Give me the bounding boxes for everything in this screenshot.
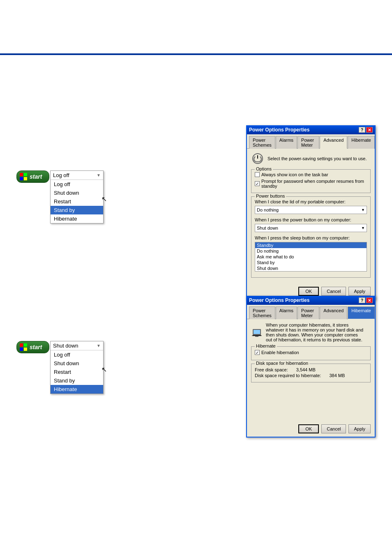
svg-rect-3 (24, 177, 27, 180)
enable-hib-label-2: Enable hibernation (261, 350, 299, 355)
menu-item-shutdown-2[interactable]: Shut down (51, 359, 103, 368)
svg-rect-6 (24, 343, 27, 347)
dialog-tabs-1: Power Schemes Alarms Power Meter Advance… (247, 134, 375, 149)
sleep-item-shutdown-1[interactable]: Shut down (255, 265, 367, 271)
dialog-icon-row-1: Select the power-saving settings you wan… (251, 152, 371, 165)
power-options-dialog-1: Power Options Properties ? ✕ Power Schem… (246, 125, 376, 300)
power-settings-icon (251, 152, 264, 165)
power-buttons-label-1: Power buttons (255, 193, 286, 198)
free-disk-row-2: Free disk space: 3,544 MB (255, 367, 367, 372)
dropdown-arrow-1: ▼ (97, 173, 101, 177)
required-disk-value-2: 384 MB (329, 373, 345, 378)
menu-item-logoff-1[interactable]: Log off (51, 180, 103, 189)
power-options-dialog-2: Power Options Properties ? ✕ Power Schem… (246, 296, 376, 438)
dialog-hib-text-2: When your computer hibernates, it stores… (266, 322, 364, 342)
tab-advanced-2[interactable]: Advanced (320, 306, 347, 319)
ok-button-1[interactable]: OK (298, 287, 319, 296)
windows-logo-icon-2 (19, 343, 28, 351)
tab-power-schemes-1[interactable]: Power Schemes (249, 136, 275, 149)
cancel-button-2[interactable]: Cancel (321, 424, 346, 433)
tab-hibernate-1[interactable]: Hibernate (348, 136, 375, 149)
menu-item-restart-1[interactable]: Restart (51, 197, 103, 206)
tab-power-schemes-2[interactable]: Power Schemes (249, 306, 275, 319)
cursor-icon-2: ↖ (101, 366, 107, 373)
apply-button-2[interactable]: Apply (348, 424, 371, 433)
hibernate-icon (251, 327, 263, 338)
svg-rect-2 (20, 177, 23, 180)
dialog-body-1: Select the power-saving settings you wan… (247, 149, 375, 284)
close-button-1[interactable]: ✕ (366, 127, 373, 133)
start-button-label: start (30, 173, 42, 180)
start-button-2[interactable]: start (16, 341, 49, 353)
option1-checkbox-1[interactable] (255, 172, 260, 177)
options-section-1: Options Always show icon on the task bar… (251, 169, 371, 193)
hibernate-section-label-2: Hibernate (255, 343, 277, 348)
cancel-button-1[interactable]: Cancel (321, 287, 346, 296)
dropdown-header-2: Shut down ▼ (51, 341, 103, 350)
dialog-icon-text-1: Select the power-saving settings you wan… (267, 156, 367, 161)
menu-item-hibernate-2[interactable]: Hibernate (51, 385, 103, 394)
sleep-btn-label-1: When I press the sleep button on my comp… (255, 235, 367, 240)
close-button-2[interactable]: ✕ (366, 297, 373, 303)
lid-label-1: When I close the lid of my portable comp… (255, 199, 367, 204)
apply-button-1[interactable]: Apply (348, 287, 371, 296)
dropdown-header-1: Log off ▼ (51, 171, 103, 180)
dialog-title-text-2: Power Options Properties (249, 297, 309, 303)
dialog-footer-2: OK Cancel Apply (247, 422, 375, 437)
svg-rect-0 (20, 173, 23, 176)
menu-item-standby-1[interactable]: Stand by (51, 206, 103, 214)
sleep-item-nothing-1[interactable]: Do nothing (255, 248, 367, 254)
free-disk-value-2: 3,544 MB (296, 367, 316, 372)
help-button-2[interactable]: ? (359, 297, 365, 303)
title-bar-buttons-1: ? ✕ (359, 127, 373, 133)
tab-alarms-2[interactable]: Alarms (276, 306, 297, 319)
menu-item-standby-2[interactable]: Stand by (51, 376, 103, 385)
start-dropdown-2: Shut down ▼ Log off Shut down Restart St… (50, 341, 104, 394)
svg-rect-8 (24, 348, 27, 351)
lid-select-1[interactable]: Do nothing ▼ (255, 206, 367, 214)
dialog-title-bar-1: Power Options Properties ? ✕ (247, 125, 375, 134)
help-button-1[interactable]: ? (359, 127, 365, 133)
cursor-icon-1: ↖ (101, 195, 107, 203)
tab-power-meter-2[interactable]: Power Meter (297, 306, 319, 319)
svg-rect-10 (254, 330, 260, 334)
disk-space-section-2: Disk space for hibernation Free disk spa… (251, 364, 371, 382)
option-row-2: Prompt for password when computer resume… (255, 179, 367, 189)
menu-item-hibernate-1[interactable]: Hibernate (51, 214, 103, 223)
dropdown-header-text-1: Log off (53, 172, 69, 178)
power-btn-row-1: When I press the power button on my comp… (255, 217, 367, 232)
sleep-item-standby2-1[interactable]: Stand by (255, 260, 367, 265)
tab-alarms-1[interactable]: Alarms (276, 136, 297, 149)
dialog-icon-row-2: When your computer hibernates, it stores… (251, 322, 371, 342)
menu-item-shutdown-1[interactable]: Shut down (51, 189, 103, 197)
tab-hibernate-2[interactable]: Hibernate (348, 306, 375, 319)
dialog-title-text-1: Power Options Properties (249, 127, 309, 133)
svg-rect-5 (20, 343, 23, 347)
option2-label-1: Prompt for password when computer resume… (261, 179, 367, 189)
start-area-2: start Shut down ▼ Log off Shut down Rest… (16, 341, 107, 394)
ok-button-2[interactable]: OK (298, 424, 319, 433)
start-button-1[interactable]: start (16, 170, 49, 183)
option-row-1: Always show icon on the task bar (255, 172, 367, 177)
dialog-spacer-2 (251, 386, 371, 419)
sleep-item-standby-1[interactable]: Standby (255, 242, 367, 248)
lid-select-value-1: Do nothing (257, 207, 279, 212)
disk-space-label-2: Disk space for hibernation (255, 361, 309, 366)
required-disk-label-2: Disk space required to hibernate: (255, 373, 321, 378)
option2-checkbox-1[interactable] (255, 181, 260, 186)
tab-power-meter-1[interactable]: Power Meter (297, 136, 319, 149)
enable-hib-checkbox-2[interactable] (255, 350, 260, 355)
power-btn-select-1[interactable]: Shut down ▼ (255, 224, 367, 232)
dropdown-header-text-2: Shut down (53, 343, 78, 349)
power-buttons-section-1: Power buttons When I close the lid of my… (251, 196, 371, 278)
lid-select-arrow-1: ▼ (361, 208, 365, 212)
dropdown-arrow-2: ▼ (97, 343, 101, 348)
windows-logo-icon (19, 173, 28, 181)
enable-hib-row-2: Enable hibernation (255, 350, 367, 355)
tab-advanced-1[interactable]: Advanced (320, 136, 347, 149)
free-disk-label-2: Free disk space: (255, 367, 288, 372)
menu-item-restart-2[interactable]: Restart (51, 368, 103, 376)
menu-item-logoff-2[interactable]: Log off (51, 350, 103, 359)
power-btn-label-1: When I press the power button on my comp… (255, 217, 367, 222)
sleep-item-ask-1[interactable]: Ask me what to do (255, 254, 367, 260)
